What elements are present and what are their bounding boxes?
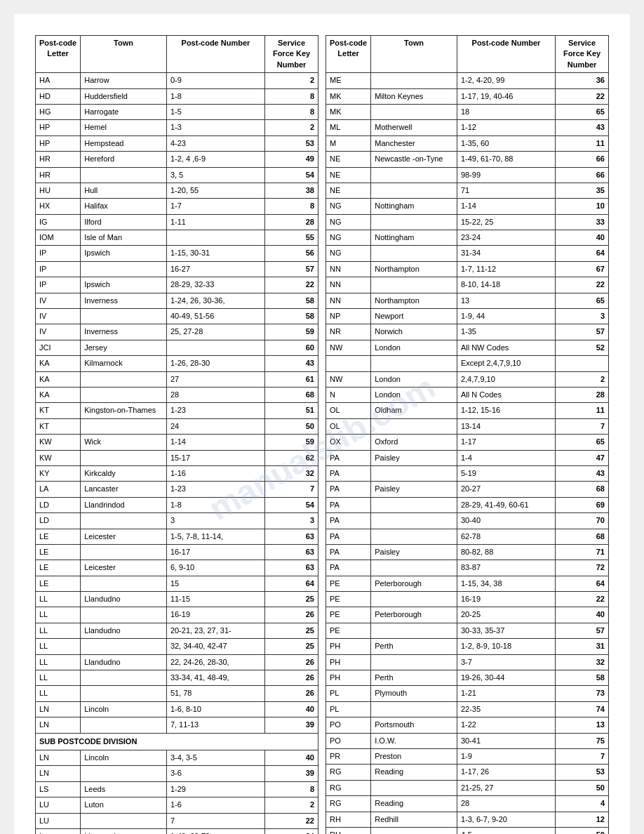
service-cell: 22 bbox=[556, 277, 609, 293]
town-cell: Norwich bbox=[371, 324, 457, 340]
right-table-container: Post-code Letter Town Post-code Number S… bbox=[326, 35, 609, 834]
postcodenum-cell: 4-5 bbox=[457, 827, 555, 834]
postcode-cell: HP bbox=[36, 135, 81, 151]
table-row: NG31-3464 bbox=[326, 246, 609, 261]
service-cell: 53 bbox=[556, 764, 609, 780]
service-cell: 2 bbox=[265, 73, 318, 88]
town-cell: Reading bbox=[371, 764, 457, 780]
postcodenum-cell: 24 bbox=[166, 418, 264, 434]
service-cell: 32 bbox=[265, 465, 318, 481]
postcode-cell: IV bbox=[36, 324, 81, 340]
postcode-cell: OL bbox=[326, 403, 371, 418]
postcodenum-cell: 1-16 bbox=[166, 465, 264, 481]
service-cell: 26 bbox=[265, 607, 318, 623]
service-cell bbox=[556, 356, 609, 371]
town-cell: Ipswich bbox=[81, 246, 167, 261]
service-cell: 57 bbox=[265, 261, 318, 277]
table-row: LN7, 11-1339 bbox=[36, 717, 318, 733]
town-cell bbox=[81, 418, 167, 434]
postcodenum-cell: 19-26, 30-44 bbox=[457, 670, 555, 686]
postcode-cell: OX bbox=[326, 435, 371, 450]
postcodenum-cell: 28-29, 32-33 bbox=[166, 277, 264, 293]
table-row: PL22-3574 bbox=[326, 701, 609, 717]
postcode-cell: HD bbox=[36, 88, 81, 104]
divider-row: SUB POSTCODE DIVISION bbox=[36, 733, 318, 750]
service-cell: 57 bbox=[556, 623, 609, 638]
postcode-cell: ME bbox=[326, 73, 371, 88]
postcode-cell: PA bbox=[326, 560, 371, 576]
table-row: NWLondon2,4,7,9,102 bbox=[326, 371, 609, 387]
town-cell bbox=[371, 104, 457, 119]
postcodenum-cell: 1-17, 19, 40-46 bbox=[457, 88, 555, 104]
table-row: NWLondonAll NW Codes52 bbox=[326, 340, 609, 355]
postcodenum-cell: 32, 34-40, 42-47 bbox=[166, 639, 264, 654]
town-cell: Hemel bbox=[81, 120, 167, 135]
postcode-cell: PE bbox=[326, 607, 371, 623]
postcode-cell: IV bbox=[36, 293, 81, 308]
table-row: POPortsmouth1-2213 bbox=[326, 717, 609, 733]
service-cell: 67 bbox=[556, 261, 609, 277]
postcodenum-cell: 22-35 bbox=[457, 701, 555, 717]
table-row: HR3, 554 bbox=[36, 167, 318, 183]
table-row: HGHarrogate1-58 bbox=[36, 104, 318, 119]
postcodenum-cell: 1-17 bbox=[457, 435, 555, 450]
postcode-cell: RG bbox=[326, 780, 371, 795]
postcodenum-cell: 1-14 bbox=[457, 199, 555, 214]
service-cell: 8 bbox=[265, 781, 318, 797]
table-row: NG15-22, 2533 bbox=[326, 214, 609, 230]
service-cell: 22 bbox=[265, 813, 318, 828]
postcodenum-cell: 62-78 bbox=[457, 529, 555, 544]
town-cell: Kingston-on-Thames bbox=[81, 403, 167, 418]
table-row: NE98-9966 bbox=[326, 167, 609, 183]
postcode-cell: NE bbox=[326, 152, 371, 167]
town-cell: Lancaster bbox=[81, 482, 167, 497]
table-row: PAPaisley80-82, 8871 bbox=[326, 544, 609, 560]
town-cell bbox=[81, 639, 167, 654]
table-row: LSLeeds1-298 bbox=[36, 781, 318, 797]
table-row: NPNewport1-9, 443 bbox=[326, 309, 609, 324]
table-row: HUHull1-20, 5538 bbox=[36, 183, 318, 198]
table-row: NGNottingham23-2440 bbox=[326, 230, 609, 246]
postcodenum-cell: 7, 11-13 bbox=[166, 717, 264, 733]
town-cell: Wick bbox=[81, 435, 167, 450]
table-row: KW15-1762 bbox=[36, 450, 318, 465]
postcode-cell: N bbox=[326, 387, 371, 402]
postcode-cell: NN bbox=[326, 277, 371, 293]
table-row: LLiverpool1-49, 60-7024 bbox=[36, 828, 318, 834]
town-cell bbox=[81, 387, 167, 402]
postcodenum-cell: 1-12 bbox=[457, 120, 555, 135]
town-cell bbox=[81, 717, 167, 733]
town-cell: Milton Keynes bbox=[371, 88, 457, 104]
service-cell: 57 bbox=[556, 324, 609, 340]
left-header-town: Town bbox=[81, 36, 167, 73]
page: manualslib.com Post-code Letter Town Pos… bbox=[14, 14, 630, 834]
town-cell: Newport bbox=[371, 309, 457, 324]
town-cell bbox=[371, 560, 457, 576]
postcodenum-cell: 20-27 bbox=[457, 482, 555, 497]
postcodenum-cell: 1-23 bbox=[166, 482, 264, 497]
postcodenum-cell: 15 bbox=[166, 576, 264, 591]
table-row: IVInverness1-24, 26, 30-36,58 bbox=[36, 293, 318, 308]
table-row: LE16-1763 bbox=[36, 544, 318, 560]
town-cell bbox=[371, 356, 457, 371]
postcodenum-cell: 80-82, 88 bbox=[457, 544, 555, 560]
table-row: KAKilmarnock1-26, 28-3043 bbox=[36, 356, 318, 371]
service-cell: 25 bbox=[265, 639, 318, 654]
postcode-cell: NG bbox=[326, 246, 371, 261]
left-table-container: Post-code Letter Town Post-code Number S… bbox=[35, 35, 318, 834]
town-cell: Leeds bbox=[81, 781, 167, 797]
service-cell: 7 bbox=[556, 748, 609, 764]
table-row: PE30-33, 35-3757 bbox=[326, 623, 609, 638]
postcodenum-cell: 1-3 bbox=[166, 120, 264, 135]
postcode-cell: PR bbox=[326, 748, 371, 764]
town-cell: Portsmouth bbox=[371, 717, 457, 733]
town-cell: Nottingham bbox=[371, 199, 457, 214]
town-cell bbox=[371, 592, 457, 607]
postcode-cell: L bbox=[36, 828, 81, 834]
postcode-cell: PA bbox=[326, 465, 371, 481]
town-cell: Kilmarnock bbox=[81, 356, 167, 371]
service-cell: 7 bbox=[265, 482, 318, 497]
table-row: PE16-1922 bbox=[326, 592, 609, 607]
town-cell bbox=[371, 214, 457, 230]
postcodenum-cell: 1-6 bbox=[166, 797, 264, 813]
